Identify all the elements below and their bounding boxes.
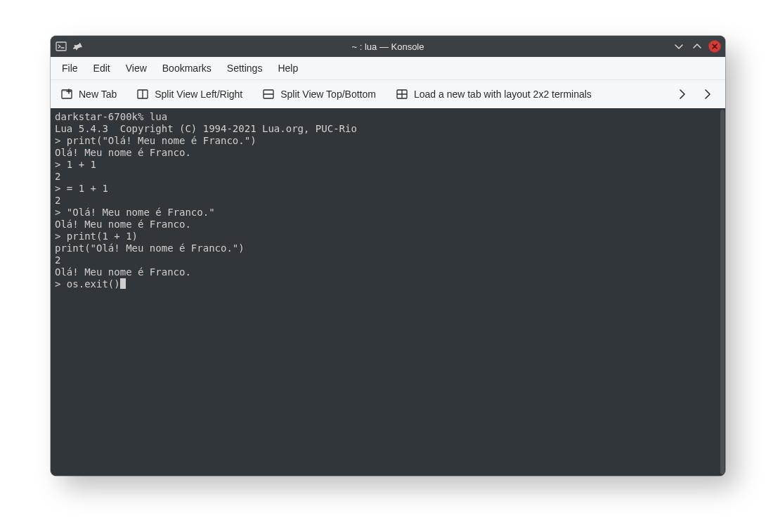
terminal-line: Olá! Meu nome é Franco. [55,147,715,159]
terminal-line: 2 [55,254,715,266]
minimize-button[interactable] [672,39,686,53]
window-title: ~ : lua — Konsole [51,41,725,52]
scrollbar-thumb[interactable] [720,110,725,474]
terminal-line: > print("Olá! Meu nome é Franco.") [55,135,715,147]
menu-settings[interactable]: Settings [220,60,270,77]
terminal-line: 2 [55,195,715,207]
new-tab-icon [60,88,73,100]
maximize-button[interactable] [690,39,704,53]
split-tb-icon [262,88,275,100]
split-tb-label: Split View Top/Bottom [280,89,376,100]
load-layout-button[interactable]: Load a new tab with layout 2x2 terminals [391,85,596,103]
konsole-window: ~ : lua — Konsole File Edit View Bookmar… [51,36,725,476]
terminal-line: > print(1 + 1) [55,231,715,242]
terminal-line: Olá! Meu nome é Franco. [55,266,715,278]
svg-rect-3 [62,90,67,92]
app-menu-icon[interactable] [55,40,67,53]
lua-prompt: > [55,159,67,170]
toolbar-overflow-icon[interactable] [701,88,714,100]
terminal[interactable]: darkstar-6700k% luaLua 5.4.3 Copyright (… [51,108,720,476]
lua-prompt: > [55,207,67,218]
terminal-line: Lua 5.4.3 Copyright (C) 1994-2021 Lua.or… [55,123,715,135]
terminal-line: > = 1 + 1 [55,183,715,195]
pin-icon[interactable] [72,40,84,53]
close-button[interactable] [708,40,721,53]
shell-prompt: darkstar-6700k% [55,111,150,122]
terminal-area: darkstar-6700k% luaLua 5.4.3 Copyright (… [51,108,725,476]
split-left-right-button[interactable]: Split View Left/Right [132,85,247,103]
terminal-line: > 1 + 1 [55,159,715,171]
lua-prompt: > [55,183,67,194]
lua-prompt: > [55,278,67,290]
terminal-line: 2 [55,171,715,183]
chevron-right-icon[interactable] [676,88,689,100]
terminal-line: > "Olá! Meu nome é Franco." [55,207,715,219]
split-lr-label: Split View Left/Right [155,89,242,100]
menu-bookmarks[interactable]: Bookmarks [155,60,219,77]
lua-prompt: > [55,231,67,242]
new-tab-button[interactable]: New Tab [56,85,121,103]
load-layout-label: Load a new tab with layout 2x2 terminals [414,89,592,100]
title-bar[interactable]: ~ : lua — Konsole [51,36,725,57]
svg-rect-0 [56,42,66,51]
menu-file[interactable]: File [55,60,85,77]
terminal-cursor [120,278,126,289]
terminal-line: > os.exit() [55,278,715,290]
terminal-line: Olá! Meu nome é Franco. [55,219,715,231]
scrollbar[interactable] [720,108,725,476]
split-top-bottom-button[interactable]: Split View Top/Bottom [258,85,380,103]
terminal-line: print("Olá! Meu nome é Franco.") [55,242,715,254]
terminal-line: darkstar-6700k% lua [55,111,715,123]
split-lr-icon [136,88,149,100]
menu-bar: File Edit View Bookmarks Settings Help [51,57,725,79]
menu-help[interactable]: Help [271,60,305,77]
menu-edit[interactable]: Edit [86,60,117,77]
grid-2x2-icon [396,88,408,100]
new-tab-label: New Tab [79,89,117,100]
lua-prompt: > [55,135,67,146]
toolbar: New Tab Split View Left/Right [51,79,725,108]
menu-view[interactable]: View [119,60,154,77]
